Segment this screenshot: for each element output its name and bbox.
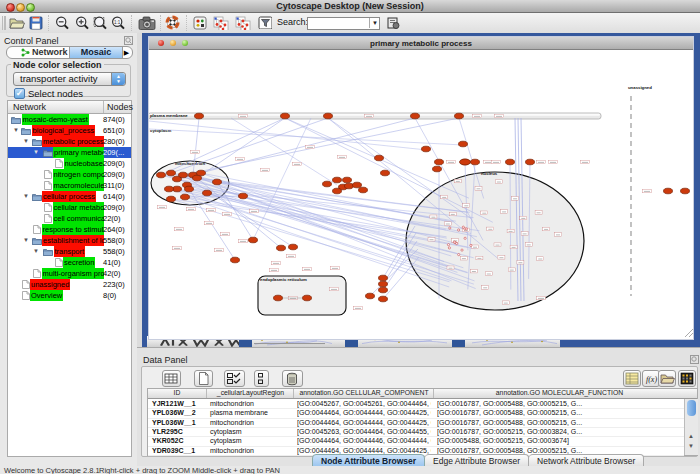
svg-text:f(x): f(x) — [646, 375, 657, 384]
svg-text:plasma membrane: plasma membrane — [150, 113, 188, 118]
svg-text:nucleus: nucleus — [481, 171, 498, 176]
svg-text:endoplasmic reticulum: endoplasmic reticulum — [260, 277, 307, 282]
svg-text:1:1: 1:1 — [114, 20, 121, 25]
svg-text:unassigned: unassigned — [628, 85, 652, 90]
svg-text:cytoplasm: cytoplasm — [150, 128, 171, 133]
